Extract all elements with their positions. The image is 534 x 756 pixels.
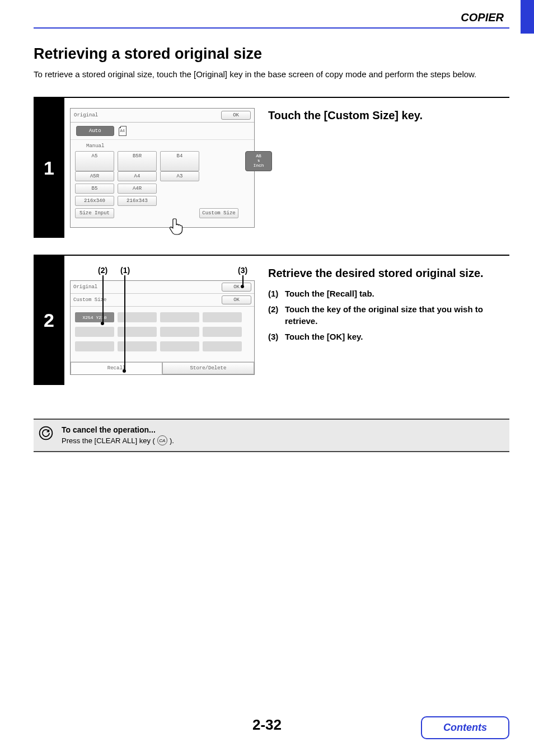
cancel-body-pre: Press the [CLEAR ALL] key ( [62, 436, 155, 445]
callout-dot-2 [101, 322, 104, 325]
size-b5[interactable]: B5 [75, 184, 114, 194]
size-b5r[interactable]: B5R [118, 151, 157, 171]
size-216x340[interactable]: 216x340 [75, 196, 114, 206]
custom-size-panel: Original OK Custom Size OK X254 Y210 [70, 280, 255, 375]
panel2-title: Original [73, 284, 97, 290]
stored-size-slot[interactable] [160, 312, 199, 322]
stored-size-slot[interactable] [203, 312, 242, 322]
stored-size-slot[interactable] [118, 327, 157, 337]
undo-icon [38, 425, 54, 441]
callout-dot-1 [123, 369, 126, 373]
ok-button-inner[interactable]: OK [222, 295, 251, 304]
cancel-title: To cancel the operation... [62, 425, 502, 434]
tab-store-delete[interactable]: Store/Delete [162, 362, 254, 374]
cancel-note: To cancel the operation... Press the [CL… [34, 419, 509, 452]
callout-2: (2) [98, 266, 107, 275]
manual-label: Manual [71, 140, 254, 151]
substep-1-num: (1) [268, 288, 285, 299]
custom-size-button[interactable]: Custom Size [199, 208, 238, 218]
size-a4[interactable]: A4 [118, 171, 157, 181]
section-header: COPIER [34, 11, 509, 24]
callout-line-2 [102, 275, 104, 323]
step-number-1: 1 [34, 98, 64, 238]
callout-line-1 [124, 275, 125, 370]
stored-size-slot[interactable] [118, 312, 157, 322]
size-b4[interactable]: B4 [160, 151, 199, 171]
step-number-2: 2 [34, 256, 64, 385]
unit-toggle[interactable]: AB ⇅ Inch [245, 151, 272, 171]
step-2: 2 (1) (2) (3) Original OK [34, 255, 509, 385]
svg-point-0 [40, 427, 53, 440]
page-icon: A4 [119, 126, 127, 136]
size-216x343[interactable]: 216x343 [118, 196, 157, 206]
callout-1: (1) [120, 266, 130, 275]
ok-button-outer[interactable]: OK [222, 283, 251, 292]
panel2-subtitle: Custom Size [73, 297, 106, 303]
stored-size-slot[interactable] [160, 341, 199, 351]
substep-1-text: Touch the [Recall] tab. [285, 288, 509, 299]
size-a5[interactable]: A5 [75, 151, 114, 171]
substep-3-num: (3) [268, 331, 285, 342]
callout-3: (3) [238, 266, 247, 275]
size-input-button[interactable]: Size Input [75, 208, 114, 218]
unit-inch: Inch [253, 163, 264, 168]
stored-size-slot[interactable] [203, 327, 242, 337]
substep-2-text: Touch the key of the original size that … [285, 304, 509, 327]
callout-dot-3 [241, 285, 244, 288]
header-rule [34, 27, 509, 29]
step1-heading: Touch the [Custom Size] key. [268, 108, 509, 123]
panel-title-label: Original [74, 112, 98, 118]
stored-size-slot[interactable] [75, 327, 114, 337]
ok-button[interactable]: OK [221, 111, 251, 120]
original-panel: Original OK Auto A4 Manual A5 B5R B4 [70, 108, 255, 228]
stored-size-slot[interactable] [160, 327, 199, 337]
stored-size-1[interactable]: X254 Y210 [75, 312, 114, 322]
edge-tab [521, 0, 534, 34]
size-a3[interactable]: A3 [160, 171, 199, 181]
clear-all-key-icon: CA [157, 435, 167, 445]
size-a4r[interactable]: A4R [118, 184, 157, 194]
contents-link[interactable]: Contents [421, 716, 509, 739]
step-1: 1 Original OK Auto A4 Manual A5 [34, 97, 509, 238]
stored-size-slot[interactable] [75, 341, 114, 351]
intro-text: To retrieve a stored original size, touc… [34, 68, 509, 80]
stored-size-slot[interactable] [118, 341, 157, 351]
substep-3-text: Touch the [OK] key. [285, 331, 509, 342]
step2-heading: Retrieve the desired stored original siz… [268, 266, 509, 280]
substep-2-num: (2) [268, 304, 285, 327]
auto-button[interactable]: Auto [76, 126, 114, 136]
page-title: Retrieving a stored original size [34, 45, 509, 63]
cancel-body-post: ). [170, 436, 174, 445]
tab-recall[interactable]: Recall [71, 362, 162, 374]
size-a5r[interactable]: A5R [75, 171, 114, 181]
touch-hand-icon [168, 218, 184, 236]
stored-size-slot[interactable] [203, 341, 242, 351]
